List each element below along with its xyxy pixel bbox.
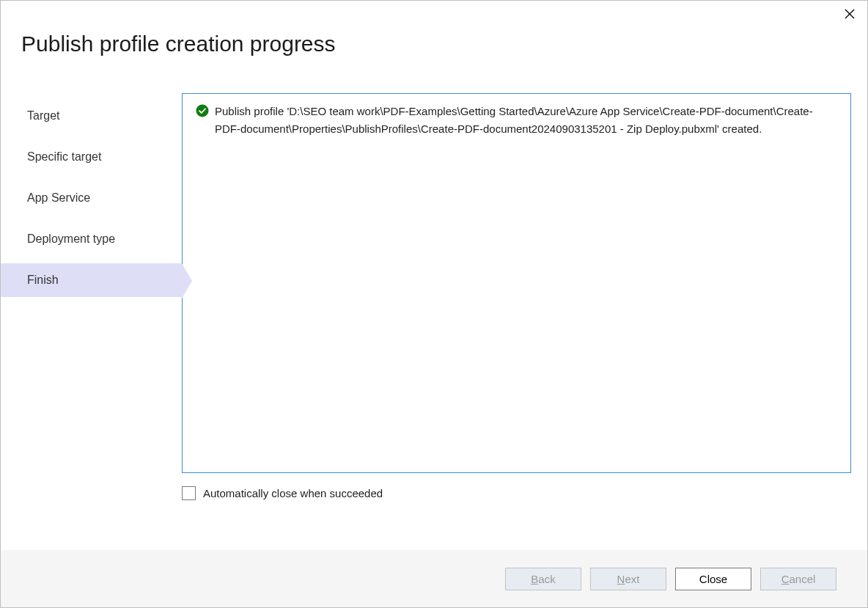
publish-wizard-window: Publish profile creation progress Target… <box>0 0 868 608</box>
sidebar-item-specific-target[interactable]: Specific target <box>1 140 182 174</box>
next-button-label: Next <box>617 573 640 585</box>
page-title: Publish profile creation progress <box>1 1 867 56</box>
sidebar-item-app-service[interactable]: App Service <box>1 181 182 215</box>
back-button-label: Back <box>531 573 555 585</box>
sidebar-item-label: Deployment type <box>27 232 115 245</box>
cancel-button-label: Cancel <box>781 573 816 585</box>
auto-close-row: Automatically close when succeeded <box>1 473 867 500</box>
progress-output-panel: Publish profile 'D:\SEO team work\PDF-Ex… <box>182 93 851 473</box>
window-close-button[interactable] <box>842 8 857 23</box>
close-icon <box>845 9 855 22</box>
wizard-steps-sidebar: Target Specific target App Service Deplo… <box>1 93 182 473</box>
status-message-text: Publish profile 'D:\SEO team work\PDF-Ex… <box>215 103 837 138</box>
sidebar-item-deployment-type[interactable]: Deployment type <box>1 222 182 256</box>
wizard-body: Target Specific target App Service Deplo… <box>1 56 867 473</box>
close-button[interactable]: Close <box>675 568 751 590</box>
sidebar-item-target[interactable]: Target <box>1 99 182 133</box>
cancel-button[interactable]: Cancel <box>760 568 836 590</box>
close-button-label: Close <box>699 573 727 585</box>
auto-close-label: Automatically close when succeeded <box>203 487 383 499</box>
svg-point-0 <box>196 105 209 117</box>
sidebar-item-label: App Service <box>27 191 90 204</box>
wizard-footer: Back Next Close Cancel <box>1 550 867 607</box>
next-button[interactable]: Next <box>590 568 666 590</box>
sidebar-item-label: Finish <box>27 274 59 286</box>
sidebar-item-finish[interactable]: Finish <box>1 263 182 297</box>
sidebar-item-label: Target <box>27 109 59 122</box>
back-button[interactable]: Back <box>505 568 581 590</box>
sidebar-item-label: Specific target <box>27 150 101 163</box>
success-check-icon <box>196 104 209 122</box>
auto-close-checkbox[interactable] <box>182 486 196 500</box>
status-message-row: Publish profile 'D:\SEO team work\PDF-Ex… <box>196 103 837 138</box>
